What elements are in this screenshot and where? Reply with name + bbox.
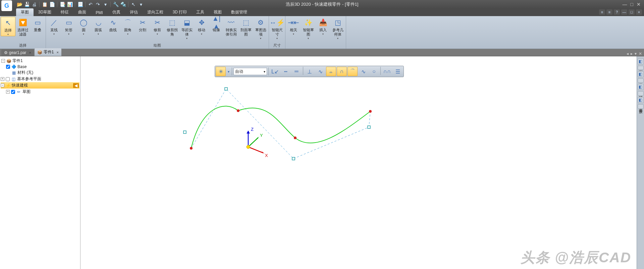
ribbon-button[interactable]: ∿曲线 bbox=[106, 17, 120, 32]
qat-button[interactable]: ↷ bbox=[95, 1, 101, 8]
ribbon-button[interactable]: ⬚剖面草图 bbox=[238, 17, 253, 37]
ribbon-tab[interactable]: 3D草图 bbox=[34, 8, 56, 16]
side-icon[interactable]: ◧ bbox=[638, 71, 644, 77]
ribbon-tab[interactable]: 曲面 bbox=[73, 8, 91, 16]
doc-nav-button[interactable]: ▾ bbox=[635, 51, 637, 56]
ribbon-right-button[interactable]: □ bbox=[629, 9, 635, 15]
document-tab[interactable]: 📦零件1× bbox=[35, 48, 61, 56]
ribbon-button[interactable]: ◯圆▾ bbox=[76, 17, 91, 36]
ribbon-button[interactable]: ▲|▲镜像 bbox=[209, 17, 224, 32]
qat-button[interactable]: ↶ bbox=[87, 1, 94, 8]
ribbon-tab[interactable]: 草图 bbox=[16, 8, 34, 16]
close-button[interactable]: ✕ bbox=[637, 2, 641, 7]
ribbon-button[interactable]: ↖选择▾ bbox=[1, 17, 15, 36]
chevron-down-icon: ▾ bbox=[293, 33, 294, 36]
tool-icon: ⬚ bbox=[241, 18, 251, 27]
tree-sketch[interactable]: + ✏ 草图 bbox=[1, 89, 79, 95]
ribbon-button[interactable]: ▭重叠 bbox=[30, 17, 45, 32]
ribbon-button[interactable]: ▭矩形▾ bbox=[61, 17, 76, 36]
qat-button[interactable]: 📃 bbox=[77, 1, 84, 8]
ribbon-tab[interactable]: 视图 bbox=[209, 8, 226, 16]
ribbon-button[interactable]: ◡圆弧▾ bbox=[91, 17, 106, 36]
tool-icon: ◯ bbox=[79, 18, 88, 27]
checkbox[interactable] bbox=[6, 65, 10, 69]
ribbon-tab[interactable]: PMI bbox=[91, 9, 107, 16]
ribbon-button[interactable]: ⬓等距实体▾ bbox=[179, 17, 194, 40]
side-tab[interactable]: 仿真 bbox=[638, 78, 644, 83]
ribbon-tab[interactable]: 逆向工程 bbox=[143, 8, 168, 16]
side-tab[interactable]: 图库 bbox=[638, 66, 644, 70]
qat-button[interactable]: 🔩 bbox=[120, 1, 126, 8]
ribbon-button[interactable]: 📥插入▾ bbox=[316, 17, 330, 36]
ribbon-right-button[interactable]: ≡ bbox=[606, 9, 612, 15]
ribbon-tab[interactable]: 3D 打印 bbox=[168, 8, 192, 16]
qat-button[interactable]: 🔧 bbox=[112, 1, 119, 8]
ribbon-button-label: 选择过滤器 bbox=[16, 28, 30, 37]
qat-button[interactable]: 💾 bbox=[23, 1, 30, 8]
expand-icon[interactable]: + bbox=[6, 90, 10, 94]
side-icon[interactable]: ◧ bbox=[638, 58, 644, 64]
qat-button[interactable]: 📂 bbox=[16, 1, 23, 8]
doc-nav-button[interactable]: ◂ bbox=[627, 51, 629, 56]
ribbon-right-button[interactable]: × bbox=[636, 9, 642, 15]
ribbon-button[interactable]: 🔽选择过滤器 bbox=[15, 17, 30, 37]
document-tab[interactable]: ⚙gear1.par× bbox=[1, 49, 34, 56]
ribbon-tab[interactable]: 特征 bbox=[56, 8, 73, 16]
ribbon-button[interactable]: ／直线▾ bbox=[47, 17, 61, 36]
tree-base[interactable]: 🔷 Base bbox=[1, 64, 79, 69]
tree-quick-model[interactable]: − ⚡ 快速建模 ◀ bbox=[1, 82, 79, 89]
ribbon-button[interactable]: ↔⚡智能尺寸▾ bbox=[270, 17, 284, 40]
doc-nav-button[interactable]: ▸ bbox=[631, 51, 633, 56]
svg-point-14 bbox=[247, 145, 250, 149]
tree-material[interactable]: ▦ 材料 (无) bbox=[1, 69, 79, 76]
side-icon[interactable]: ◧ bbox=[638, 97, 644, 103]
qat-button[interactable]: 📑 bbox=[59, 1, 66, 8]
expand-icon[interactable]: − bbox=[1, 59, 5, 63]
qat-button[interactable]: 🖨 bbox=[31, 1, 38, 8]
ribbon-right-button[interactable]: ≡ bbox=[599, 9, 605, 15]
expand-icon[interactable]: + bbox=[1, 77, 4, 81]
doc-nav-button[interactable]: ✕ bbox=[639, 51, 642, 56]
ribbon-button[interactable]: ⇥⇤相关▾ bbox=[286, 17, 301, 36]
qat-button[interactable]: 📋 bbox=[41, 1, 48, 8]
qat-button[interactable]: ▾ bbox=[102, 1, 109, 8]
ribbon-button[interactable]: ✂修剪▾ bbox=[150, 17, 165, 36]
ribbon-button[interactable]: ✥移动▾ bbox=[194, 17, 209, 36]
ribbon-tab[interactable]: 工具 bbox=[192, 8, 209, 16]
side-icon[interactable]: ◧ bbox=[638, 84, 644, 90]
tool-icon: ∿ bbox=[108, 18, 118, 27]
ribbon-right-button[interactable]: — bbox=[621, 9, 627, 15]
ribbon-tab[interactable]: 评估 bbox=[125, 8, 143, 16]
qat-button[interactable]: 📄 bbox=[49, 1, 55, 8]
collapse-icon[interactable]: − bbox=[1, 84, 4, 87]
ribbon-button[interactable]: ◳参考几何体▾ bbox=[330, 17, 345, 40]
maximize-button[interactable]: □ bbox=[631, 2, 633, 7]
qat-button[interactable]: ▾ bbox=[138, 1, 144, 8]
canvas[interactable]: ✳ ▾ 自动▾ L↙┅═⊥∿⩋∩⌒∿○∩∩☰ bbox=[80, 56, 637, 269]
side-tab[interactable]: 零件族 bbox=[638, 104, 644, 109]
tree-ref-planes[interactable]: + ◫ 基本参考平面 bbox=[1, 76, 79, 82]
minimize-button[interactable]: — bbox=[623, 2, 627, 7]
close-icon[interactable]: × bbox=[57, 50, 59, 54]
ribbon-right-button[interactable]: ? bbox=[614, 9, 620, 15]
qat-button[interactable]: 📊 bbox=[66, 1, 73, 8]
ribbon-button[interactable]: ⚙草图选项▾ bbox=[253, 17, 268, 40]
ribbon-button[interactable]: ✨智能草图▾ bbox=[301, 17, 316, 40]
svg-text:Y: Y bbox=[260, 133, 263, 138]
checkbox[interactable] bbox=[6, 77, 10, 81]
side-tab[interactable]: 特征库 bbox=[638, 91, 644, 96]
checkbox[interactable] bbox=[11, 90, 15, 94]
ribbon-button[interactable]: ⬚修剪拐角 bbox=[165, 17, 179, 37]
ribbon-button[interactable]: ✂分割 bbox=[135, 17, 150, 32]
active-marker-icon: ◀ bbox=[73, 83, 79, 88]
tree-root[interactable]: − 📦 零件1 bbox=[1, 58, 79, 64]
close-icon[interactable]: × bbox=[29, 51, 31, 55]
ribbon-tab[interactable]: 仿真 bbox=[108, 8, 125, 16]
qat-button[interactable]: ↖ bbox=[130, 1, 137, 8]
ribbon-tab[interactable]: 数据管理 bbox=[226, 8, 252, 16]
tool-icon: ⇥⇤ bbox=[289, 18, 298, 27]
app-logo[interactable]: G bbox=[1, 0, 12, 11]
ribbon-button[interactable]: ⌒圆角▾ bbox=[120, 17, 135, 36]
ribbon-button[interactable]: 〰转换实体引用 bbox=[224, 17, 238, 37]
tool-icon: 🔽 bbox=[18, 18, 28, 27]
